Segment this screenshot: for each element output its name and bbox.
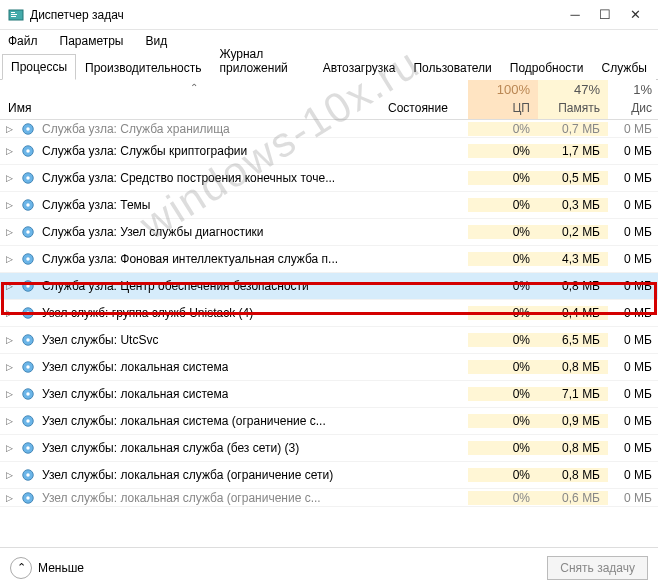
process-cpu: 0% <box>468 225 538 239</box>
expand-icon[interactable]: ▷ <box>6 493 18 503</box>
svg-rect-1 <box>11 12 15 13</box>
expand-icon[interactable]: ▷ <box>6 124 18 134</box>
memory-percent: 47% <box>538 82 600 97</box>
column-state[interactable]: Состояние <box>388 80 468 119</box>
column-disk[interactable]: 1% Дис <box>608 80 658 119</box>
svg-point-25 <box>26 392 30 396</box>
expand-icon[interactable]: ▷ <box>6 335 18 345</box>
expand-icon[interactable]: ▷ <box>6 281 18 291</box>
gear-icon <box>20 197 36 213</box>
process-name: Узел службы: локальная система <box>42 387 228 401</box>
process-disk: 0 МБ <box>608 387 658 401</box>
end-task-button[interactable]: Снять задачу <box>547 556 648 580</box>
gear-icon <box>20 251 36 267</box>
process-row[interactable]: ▷Узел службы: локальная служба (без сети… <box>0 435 658 462</box>
process-cpu: 0% <box>468 171 538 185</box>
column-name[interactable]: ⌃ Имя <box>0 80 388 119</box>
tabs: Процессы Производительность Журнал прило… <box>0 52 658 80</box>
expand-icon[interactable]: ▷ <box>6 227 18 237</box>
process-row[interactable]: ▷Служба узла: Службы криптографии0%1,7 М… <box>0 138 658 165</box>
expand-icon[interactable]: ▷ <box>6 389 18 399</box>
process-name: Узел службы: локальная служба (без сети)… <box>42 441 299 455</box>
process-cpu: 0% <box>468 198 538 212</box>
gear-icon <box>20 121 36 137</box>
sort-indicator-icon: ⌃ <box>190 82 198 93</box>
disk-percent: 1% <box>608 82 652 97</box>
process-row[interactable]: ▷Узел служб: группа служб Unistack (4)0%… <box>0 300 658 327</box>
svg-point-19 <box>26 311 30 315</box>
svg-point-27 <box>26 419 30 423</box>
svg-rect-2 <box>11 14 17 15</box>
svg-point-5 <box>26 127 30 131</box>
expand-icon[interactable]: ▷ <box>6 308 18 318</box>
gear-icon <box>20 305 36 321</box>
process-row[interactable]: ▷Узел службы: локальная система0%0,8 МБ0… <box>0 354 658 381</box>
process-cpu: 0% <box>468 122 538 136</box>
gear-icon <box>20 332 36 348</box>
process-row[interactable]: ▷Узел службы: локальная служба (ограниче… <box>0 462 658 489</box>
process-disk: 0 МБ <box>608 306 658 320</box>
process-memory: 4,3 МБ <box>538 252 608 266</box>
process-row[interactable]: ▷Узел службы: локальная система (огранич… <box>0 408 658 435</box>
expand-icon[interactable]: ▷ <box>6 470 18 480</box>
process-row[interactable]: ▷Служба узла: Служба хранилища0%0,7 МБ0 … <box>0 120 658 138</box>
process-row[interactable]: ▷Служба узла: Фоновая интеллектуальная с… <box>0 246 658 273</box>
svg-point-13 <box>26 230 30 234</box>
process-name: Служба узла: Средство построения конечны… <box>42 171 335 185</box>
process-name: Служба узла: Фоновая интеллектуальная сл… <box>42 252 338 266</box>
process-cpu: 0% <box>468 279 538 293</box>
menu-options[interactable]: Параметры <box>56 33 128 49</box>
tab-performance[interactable]: Производительность <box>76 55 210 80</box>
process-row[interactable]: ▷Узел службы: локальная система0%7,1 МБ0… <box>0 381 658 408</box>
process-cpu: 0% <box>468 252 538 266</box>
expand-icon[interactable]: ▷ <box>6 416 18 426</box>
column-cpu[interactable]: 100% ЦП <box>468 80 538 119</box>
process-disk: 0 МБ <box>608 252 658 266</box>
expand-icon[interactable]: ▷ <box>6 362 18 372</box>
maximize-button[interactable]: ☐ <box>590 0 620 30</box>
expand-icon[interactable]: ▷ <box>6 200 18 210</box>
process-disk: 0 МБ <box>608 122 658 136</box>
tab-details[interactable]: Подробности <box>501 55 593 80</box>
process-row[interactable]: ▷Узел службы: локальная служба (ограниче… <box>0 489 658 507</box>
expand-icon[interactable]: ▷ <box>6 254 18 264</box>
tab-users[interactable]: Пользователи <box>404 55 500 80</box>
process-cpu: 0% <box>468 306 538 320</box>
close-button[interactable]: ✕ <box>620 0 650 30</box>
minimize-button[interactable]: ─ <box>560 0 590 30</box>
process-memory: 0,8 МБ <box>538 468 608 482</box>
tab-app-history[interactable]: Журнал приложений <box>211 41 314 80</box>
gear-icon <box>20 440 36 456</box>
process-row[interactable]: ▷Служба узла: Средство построения конечн… <box>0 165 658 192</box>
process-memory: 0,8 МБ <box>538 441 608 455</box>
process-row[interactable]: ▷Служба узла: Узел службы диагностики0%0… <box>0 219 658 246</box>
tab-startup[interactable]: Автозагрузка <box>314 55 405 80</box>
process-row[interactable]: ▷Служба узла: Темы0%0,3 МБ0 МБ <box>0 192 658 219</box>
fewer-details-button[interactable]: ⌃ Меньше <box>10 557 84 579</box>
process-cpu: 0% <box>468 144 538 158</box>
expand-icon[interactable]: ▷ <box>6 146 18 156</box>
tab-services[interactable]: Службы <box>593 55 656 80</box>
cpu-label: ЦП <box>468 101 530 115</box>
tab-processes[interactable]: Процессы <box>2 54 76 80</box>
process-memory: 0,5 МБ <box>538 171 608 185</box>
process-memory: 0,8 МБ <box>538 360 608 374</box>
expand-icon[interactable]: ▷ <box>6 443 18 453</box>
svg-point-7 <box>26 149 30 153</box>
column-memory[interactable]: 47% Память <box>538 80 608 119</box>
process-row[interactable]: ▷Узел службы: UtcSvc0%6,5 МБ0 МБ <box>0 327 658 354</box>
menu-view[interactable]: Вид <box>141 33 171 49</box>
process-cpu: 0% <box>468 360 538 374</box>
chevron-up-icon: ⌃ <box>10 557 32 579</box>
process-row[interactable]: ▷Служба узла: Центр обеспечения безопасн… <box>0 273 658 300</box>
column-name-label: Имя <box>8 101 380 115</box>
cpu-percent: 100% <box>468 82 530 97</box>
process-list: ▷Служба узла: Служба хранилища0%0,7 МБ0 … <box>0 120 658 536</box>
expand-icon[interactable]: ▷ <box>6 173 18 183</box>
process-disk: 0 МБ <box>608 491 658 505</box>
menu-file[interactable]: Файл <box>4 33 42 49</box>
process-disk: 0 МБ <box>608 441 658 455</box>
footer: ⌃ Меньше Снять задачу <box>0 547 658 587</box>
process-name: Узел службы: локальная служба (ограничен… <box>42 491 321 505</box>
gear-icon <box>20 467 36 483</box>
